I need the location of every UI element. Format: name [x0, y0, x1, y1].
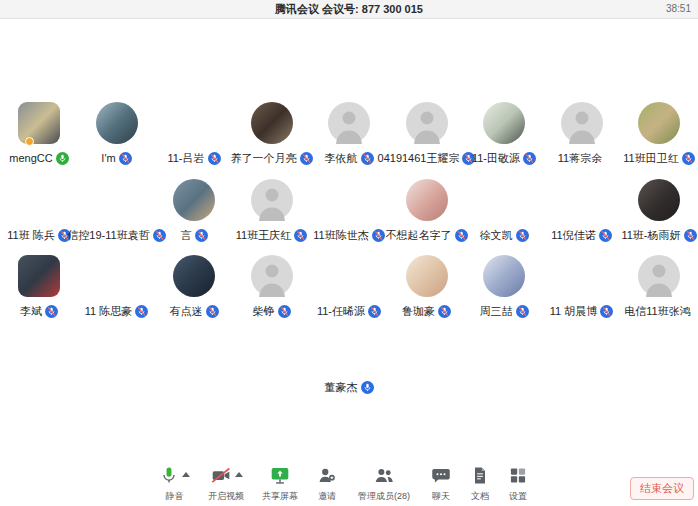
participant-name: 李斌	[20, 304, 42, 319]
mic-status-icon	[45, 305, 58, 318]
participant-name: 11倪佳诺	[551, 228, 595, 243]
participant[interactable]: mengCC	[0, 102, 78, 165]
invite-icon	[316, 465, 338, 490]
participant-nameline: 11蒋宗余	[558, 151, 605, 165]
participant-nameline: 言	[181, 228, 208, 242]
participant[interactable]: 董豪杰	[310, 331, 388, 394]
mic-status-icon	[135, 305, 148, 318]
participant[interactable]: 周三喆	[465, 255, 543, 318]
mic-status-icon	[599, 229, 612, 242]
blank-avatar	[328, 255, 370, 297]
photo-avatar	[251, 102, 293, 144]
participant-nameline: 11 陈思豪	[85, 304, 148, 318]
caret-up-icon[interactable]	[182, 472, 190, 477]
participant[interactable]: 有点迷	[155, 255, 233, 318]
participant-nameline: 04191461王耀宗	[378, 151, 476, 165]
participant[interactable]: 11班-杨雨妍	[620, 179, 698, 242]
settings-icon	[508, 465, 528, 490]
invite-button[interactable]: 邀请	[307, 467, 347, 503]
photo-avatar	[406, 255, 448, 297]
participant-nameline: mengCC	[9, 151, 68, 165]
camera-button[interactable]: 开启视频	[199, 467, 253, 503]
participant-nameline: 11-田敬源	[472, 151, 536, 165]
participant[interactable]: 11蒋宗余	[543, 102, 621, 165]
mic-status-icon	[208, 152, 221, 165]
participant[interactable]: 言	[155, 179, 233, 242]
participant[interactable]: 徐文凯	[465, 179, 543, 242]
participant[interactable]: 李斌	[0, 255, 78, 318]
participant[interactable]: 养了一个月亮	[233, 102, 311, 165]
caret-up-icon[interactable]	[235, 472, 243, 477]
participant-nameline: 电信11班张鸿	[624, 304, 693, 318]
participant[interactable]: 11-田敬源	[465, 102, 543, 165]
participant-name: 信控19-11班袁哲	[67, 228, 149, 243]
participant-name: 养了一个月亮	[231, 151, 297, 166]
participant-nameline: 李依航	[325, 151, 374, 165]
participant[interactable]: 11班 陈兵	[0, 179, 78, 242]
participant[interactable]: 04191461王耀宗	[388, 102, 466, 165]
members-icon	[373, 465, 395, 490]
mic-status-icon	[600, 305, 613, 318]
chat-icon	[430, 465, 452, 490]
participant[interactable]: 11-吕岩	[155, 102, 233, 165]
share-label: 共享屏幕	[262, 490, 298, 503]
mic-status-icon	[119, 152, 132, 165]
participant[interactable]: 柴铮	[233, 255, 311, 318]
participant-name: 电信11班张鸿	[624, 304, 690, 319]
docs-icon	[470, 465, 490, 490]
settings-button[interactable]: 设置	[499, 467, 537, 503]
participant-row: 11班 陈兵 信控19-11班袁哲 言 11班王庆红 11班陈世杰	[0, 179, 698, 242]
chat-button[interactable]: 聊天	[421, 467, 461, 503]
photo-avatar	[638, 102, 680, 144]
participant[interactable]: 不想起名字了	[388, 179, 466, 242]
participant[interactable]: 11 陈思豪	[78, 255, 156, 318]
participant-name: 11 胡晨博	[550, 304, 597, 319]
mic-status-icon	[523, 152, 536, 165]
participant[interactable]: 电信11班张鸿	[620, 255, 698, 318]
participant-row: 董豪杰	[0, 331, 698, 394]
participant-nameline: 11班-杨雨妍	[621, 228, 696, 242]
participant[interactable]: 11班王庆红	[233, 179, 311, 242]
photo-avatar	[18, 102, 60, 144]
members-button[interactable]: 管理成员(28)	[347, 467, 421, 503]
mic-status-icon	[438, 305, 451, 318]
participant[interactable]: 11 胡晨博	[543, 255, 621, 318]
participant[interactable]: 11班田卫红	[620, 102, 698, 165]
mic-status-icon	[684, 229, 697, 242]
participant-grid: mengCC I'm 11-吕岩 养了一个月亮 李依航	[0, 19, 698, 468]
photo-avatar	[173, 179, 215, 221]
participant-nameline: 信控19-11班袁哲	[67, 228, 165, 242]
mic-status-icon	[368, 305, 381, 318]
participant[interactable]: I'm	[78, 102, 156, 165]
blank-avatar	[173, 102, 215, 144]
mute-button[interactable]: 静音	[150, 467, 199, 503]
chat-label: 聊天	[432, 490, 450, 503]
participant-name: I'm	[101, 152, 115, 164]
participant-name: 徐文凯	[480, 228, 513, 243]
photo-avatar	[483, 255, 525, 297]
participant-name: 11蒋宗余	[558, 151, 602, 166]
participant-nameline: 有点迷	[170, 304, 219, 318]
toolbar-buttons: 静音 开启视频 共享屏幕 邀请 管理成员(28) 聊天 文档	[150, 467, 537, 503]
mic-on-icon	[159, 465, 179, 490]
participant-nameline: 不想起名字了	[386, 228, 468, 242]
default-avatar-icon	[251, 255, 293, 297]
participant-nameline: 董豪杰	[325, 380, 374, 394]
blank-avatar	[96, 179, 138, 221]
participant[interactable]: 鲁珈豪	[388, 255, 466, 318]
participant[interactable]: 信控19-11班袁哲	[78, 179, 156, 242]
participant[interactable]: 11班陈世杰	[310, 179, 388, 242]
share-button[interactable]: 共享屏幕	[253, 467, 307, 503]
docs-button[interactable]: 文档	[461, 467, 499, 503]
participant-name: 11班陈世杰	[313, 228, 368, 243]
participant-name: 11-吕岩	[167, 151, 204, 166]
participant-name: 有点迷	[170, 304, 203, 319]
participant[interactable]: 11-任晞源	[310, 255, 388, 318]
participant[interactable]: 李依航	[310, 102, 388, 165]
participant-nameline: 11班陈世杰	[313, 228, 384, 242]
participant-nameline: 柴铮	[253, 304, 291, 318]
end-meeting-button[interactable]: 结束会议	[630, 477, 694, 500]
participant[interactable]: 11倪佳诺	[543, 179, 621, 242]
meeting-toolbar: 静音 开启视频 共享屏幕 邀请 管理成员(28) 聊天 文档	[0, 468, 698, 506]
default-avatar-icon	[406, 102, 448, 144]
